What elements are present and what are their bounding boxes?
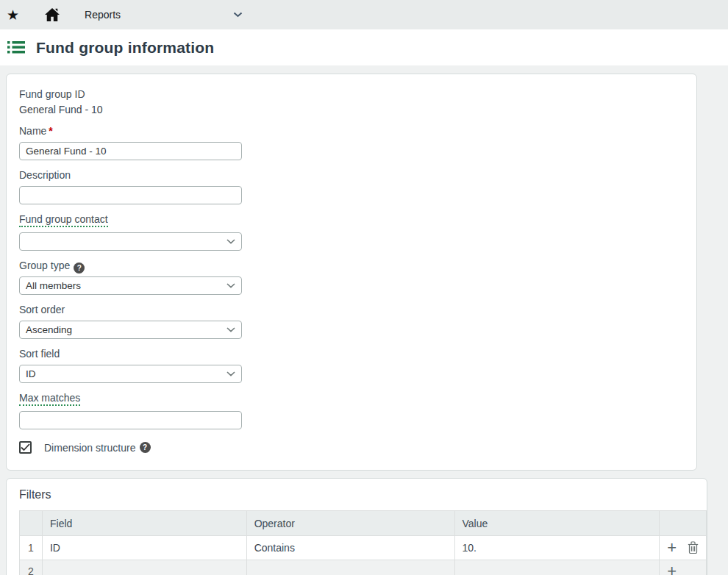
- dimension-structure-checkbox[interactable]: [19, 441, 32, 454]
- name-label: Name: [19, 125, 46, 137]
- fund-group-id-value: General Fund - 10: [19, 104, 696, 115]
- filter-row: 2 +: [20, 560, 707, 575]
- fund-group-form-panel: Fund group ID General Fund - 10 Name* De…: [6, 74, 697, 471]
- list-icon: [7, 40, 25, 54]
- page-title-bar: Fund group information: [0, 29, 728, 65]
- filter-value-cell[interactable]: [454, 560, 660, 575]
- sort-order-select[interactable]: Ascending: [19, 321, 242, 339]
- dimension-structure-label: Dimension structure: [44, 442, 136, 454]
- dimension-structure-field: Dimension structure?: [19, 441, 696, 454]
- sort-field-label: Sort field: [19, 348, 60, 360]
- help-icon[interactable]: ?: [74, 262, 85, 274]
- group-type-value: All members: [26, 280, 81, 291]
- description-field: Description: [19, 168, 696, 204]
- chevron-down-icon: [226, 283, 235, 288]
- operator-column-header: Operator: [246, 511, 454, 536]
- nav-dropdown-label: Reports: [85, 9, 121, 21]
- help-icon[interactable]: ?: [140, 442, 151, 453]
- field-column-header: Field: [42, 511, 246, 536]
- fund-group-contact-field: Fund group contact: [19, 213, 696, 251]
- page-title: Fund group information: [36, 39, 214, 57]
- fund-group-contact-select[interactable]: [19, 232, 242, 251]
- row-number: 2: [20, 560, 43, 575]
- name-input[interactable]: [19, 142, 242, 160]
- home-icon[interactable]: [44, 7, 60, 22]
- row-number-header: [20, 511, 43, 536]
- actions-column-header: [660, 511, 707, 536]
- chevron-down-icon: [226, 327, 235, 332]
- group-type-select[interactable]: All members: [19, 276, 242, 295]
- max-matches-label: Max matches: [19, 392, 80, 406]
- description-input[interactable]: [19, 186, 242, 204]
- filters-table: Field Operator Value 1 ID Contains 10. +: [19, 510, 707, 575]
- add-filter-row-icon[interactable]: +: [667, 540, 677, 556]
- sort-field-select[interactable]: ID: [19, 365, 242, 383]
- filter-actions-cell: +: [660, 560, 707, 575]
- add-filter-row-icon[interactable]: +: [667, 563, 677, 575]
- filters-header-row: Field Operator Value: [20, 511, 707, 536]
- filter-row: 1 ID Contains 10. +: [20, 536, 707, 560]
- row-number: 1: [20, 536, 43, 560]
- filter-field-cell[interactable]: [42, 560, 246, 575]
- filter-operator-cell[interactable]: Contains: [246, 536, 454, 560]
- fund-group-id-label: Fund group ID: [19, 88, 85, 100]
- chevron-down-icon: [226, 371, 235, 376]
- filters-section-title: Filters: [19, 488, 707, 501]
- fund-group-id-field: Fund group ID General Fund - 10: [19, 88, 696, 115]
- page-content: Fund group ID General Fund - 10 Name* De…: [0, 65, 728, 575]
- name-field: Name*: [19, 124, 696, 160]
- filter-value-cell[interactable]: 10.: [454, 536, 660, 560]
- max-matches-input[interactable]: [19, 411, 242, 429]
- sort-field-field: Sort field ID: [19, 347, 696, 383]
- favorite-star-icon[interactable]: ★: [7, 8, 19, 22]
- filters-panel: Filters Field Operator Value 1 ID Contai…: [6, 478, 707, 575]
- sort-order-field: Sort order Ascending: [19, 303, 696, 339]
- chevron-down-icon: [233, 12, 243, 18]
- top-navigation-bar: ★ Reports: [0, 0, 728, 29]
- sort-field-value: ID: [26, 368, 36, 379]
- delete-filter-row-icon[interactable]: [688, 541, 699, 556]
- max-matches-field: Max matches: [19, 391, 696, 429]
- group-type-label: Group type: [19, 260, 70, 271]
- fund-group-contact-label: Fund group contact: [19, 213, 108, 227]
- filter-field-cell[interactable]: ID: [42, 536, 246, 560]
- reports-nav-dropdown[interactable]: Reports: [85, 9, 243, 21]
- group-type-field: Group type? All members: [19, 259, 696, 295]
- chevron-down-icon: [226, 239, 235, 244]
- checkmark-icon: [21, 443, 30, 451]
- filter-actions-cell: +: [660, 536, 707, 560]
- filter-operator-cell[interactable]: [246, 560, 454, 575]
- description-label: Description: [19, 169, 71, 181]
- sort-order-value: Ascending: [26, 324, 72, 335]
- sort-order-label: Sort order: [19, 304, 65, 315]
- value-column-header: Value: [454, 511, 660, 536]
- required-asterisk: *: [49, 125, 52, 137]
